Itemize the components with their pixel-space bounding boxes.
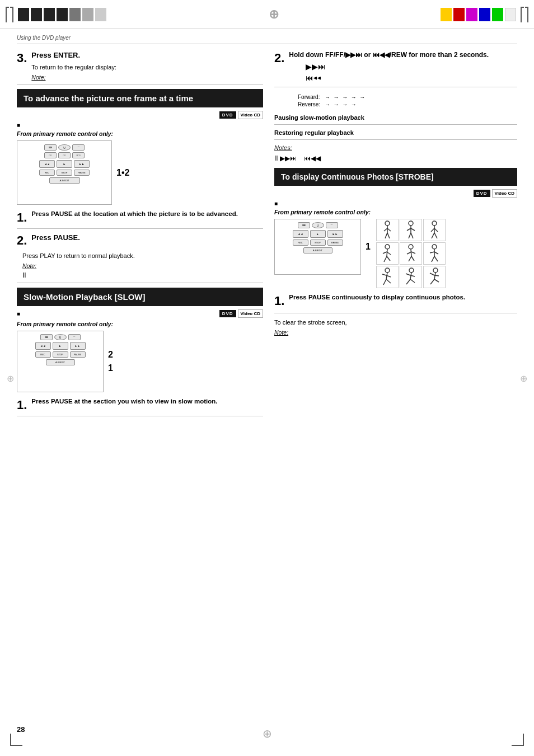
top-left-corner xyxy=(6,7,13,22)
svg-line-25 xyxy=(411,249,411,256)
step3-number: 3. xyxy=(17,51,27,65)
figure-6-walking xyxy=(428,244,441,263)
r3btn9: PAUSE xyxy=(327,240,343,246)
corner-tr xyxy=(525,7,528,22)
vcd-badge-2: Video CD xyxy=(238,309,263,318)
section3-from-label: From primary remote control only: xyxy=(274,209,517,215)
remote2-labels: 2 1 xyxy=(108,350,113,373)
remote2-row-4: A-B/EDIT xyxy=(20,359,100,365)
svg-line-33 xyxy=(434,252,438,254)
rbtn8: ► xyxy=(57,160,72,168)
strobe-cell-8 xyxy=(400,266,422,288)
svg-line-28 xyxy=(409,256,411,261)
step2-advance-row: 2. Press PAUSE. xyxy=(17,233,263,248)
remote-row-5: A-B/EDIT xyxy=(21,177,108,184)
block4 xyxy=(57,8,68,21)
step1-slow-row: 1. Press PAUSE at the section you wish t… xyxy=(17,398,263,412)
two-column-layout: 3. Press ENTER. To return to the regular… xyxy=(17,51,517,416)
page-title: Using the DVD player xyxy=(17,35,517,44)
step1-slow-instruction: Press PAUSE at the section you wish to v… xyxy=(31,398,217,405)
step1-slow-block: 1. Press PAUSE at the section you wish t… xyxy=(17,398,263,416)
step2-advance-num: 2. xyxy=(17,233,27,248)
strobe-cell-9 xyxy=(423,266,446,288)
svg-line-2 xyxy=(384,228,387,231)
svg-point-24 xyxy=(409,245,413,249)
r2btn5: ► xyxy=(53,342,68,350)
remote2-row-1: ⌨ U ⌒ xyxy=(20,334,100,340)
remote-diagram-2-wrapper: ⌨ U ⌒ ◄◄ ► ►► REC STOP PAUSE xyxy=(17,331,263,392)
svg-line-29 xyxy=(411,256,414,261)
dvd-badge-1: DVD xyxy=(219,111,236,119)
figure-4-walking xyxy=(381,244,394,263)
svg-line-50 xyxy=(430,273,434,275)
remote3-label: 1 xyxy=(366,242,371,252)
left-column: 3. Press ENTER. To return to the regular… xyxy=(17,51,263,416)
step2-rew-symbol: ⏮◀◀ xyxy=(373,51,390,59)
step2-right-row: 2. Hold down FF/FF/▶▶⏭ or ⏮◀◀/REW for mo… xyxy=(274,51,517,82)
remote3-row-2: ◄◄ ► ►► xyxy=(278,230,358,238)
step2-advance-instruction: Press PAUSE. xyxy=(31,233,79,242)
note3-label: Note: xyxy=(274,329,517,336)
svg-line-14 xyxy=(431,228,434,232)
rbtn2: U xyxy=(58,144,71,151)
figure-5-walking xyxy=(404,244,418,263)
dvd-badge-2: DVD xyxy=(219,310,236,317)
r3btn8: STOP xyxy=(310,240,326,246)
block7 xyxy=(95,8,106,21)
top-crosshair-area: ⊕ xyxy=(106,7,441,22)
remote-row-2: □□ □□ □□□ xyxy=(21,152,108,158)
svg-line-46 xyxy=(406,279,410,284)
left-margin-mark: ⊕ xyxy=(7,373,14,383)
reverse-label: Reverse: xyxy=(298,101,324,107)
vcd-badge-1: Video CD xyxy=(238,111,263,119)
block2 xyxy=(31,8,42,21)
main-content: Using the DVD player 3. Press ENTER. To … xyxy=(0,29,534,450)
svg-line-35 xyxy=(434,256,438,261)
rbtn5: □□ xyxy=(58,152,71,158)
svg-line-34 xyxy=(432,256,434,262)
section2-box: Slow-Motion Playback [SLOW] xyxy=(17,288,263,306)
step2-right-block: 2. Hold down FF/FF/▶▶⏭ or ⏮◀◀/REW for mo… xyxy=(274,51,517,87)
corner-bottom-right xyxy=(512,734,524,746)
svg-line-16 xyxy=(432,233,434,238)
top-bar: ⊕ xyxy=(0,0,534,29)
remote-diagram-1-wrapper: ⌨ U ⌒ □□ □□ □□□ ◄◄ ► ►► xyxy=(17,140,263,205)
arrow-table: Forward: → → → → → Reverse: → → → → xyxy=(297,93,366,109)
rbtn13: A-B/EDIT xyxy=(49,177,80,184)
svg-point-0 xyxy=(385,221,390,226)
svg-point-6 xyxy=(409,221,413,226)
r3btn3: ⌒ xyxy=(326,222,338,228)
dark-blocks-left xyxy=(18,8,106,21)
corner-tl-inner xyxy=(521,7,524,22)
r3btn6: ►► xyxy=(327,230,343,238)
rbtn3: ⌒ xyxy=(72,144,85,151)
svg-line-38 xyxy=(382,274,386,275)
step1-advance-block: 1. Press PAUSE at the location at which … xyxy=(17,210,263,229)
r2btn7: REC xyxy=(35,351,51,358)
strobe-cell-5 xyxy=(400,242,422,265)
notes-symbol-rew: ⏮◀◀ xyxy=(304,154,321,162)
pausing-label: Pausing slow-motion playback xyxy=(274,114,517,125)
remote3-row-1: ⌨ U ⌒ xyxy=(278,222,358,228)
rbtn4: □□ xyxy=(44,152,57,158)
svg-line-53 xyxy=(434,279,439,282)
r2btn10: A-B/EDIT xyxy=(46,359,75,365)
svg-line-10 xyxy=(409,233,411,238)
step2-text1: Hold down FF/ xyxy=(289,51,335,59)
step2-right-instruction: Hold down FF/FF/▶▶⏭ or ⏮◀◀/REW for more … xyxy=(289,51,489,59)
section3-box: To display Continuous Photos [STROBE] xyxy=(274,168,517,186)
svg-line-9 xyxy=(411,228,415,231)
step1-strobe-row: 1. Press PAUSE continuously to display c… xyxy=(274,294,517,308)
strobe-cell-6 xyxy=(423,242,446,265)
svg-line-17 xyxy=(434,233,437,238)
remote-diagram-2: ⌨ U ⌒ ◄◄ ► ►► REC STOP PAUSE xyxy=(17,331,104,392)
section2-title: Slow-Motion Playback [SLOW] xyxy=(24,292,146,302)
figure-3-standing xyxy=(428,220,441,240)
section2-badges: DVD Video CD xyxy=(219,309,263,318)
r3btn1: ⌨ xyxy=(298,222,310,228)
bottom-crosshair-icon: ⊕ xyxy=(263,727,272,740)
step1-advance-num: 1. xyxy=(17,210,27,225)
note2-symbol: II xyxy=(22,271,263,279)
svg-line-44 xyxy=(406,274,410,275)
svg-line-41 xyxy=(386,279,391,283)
